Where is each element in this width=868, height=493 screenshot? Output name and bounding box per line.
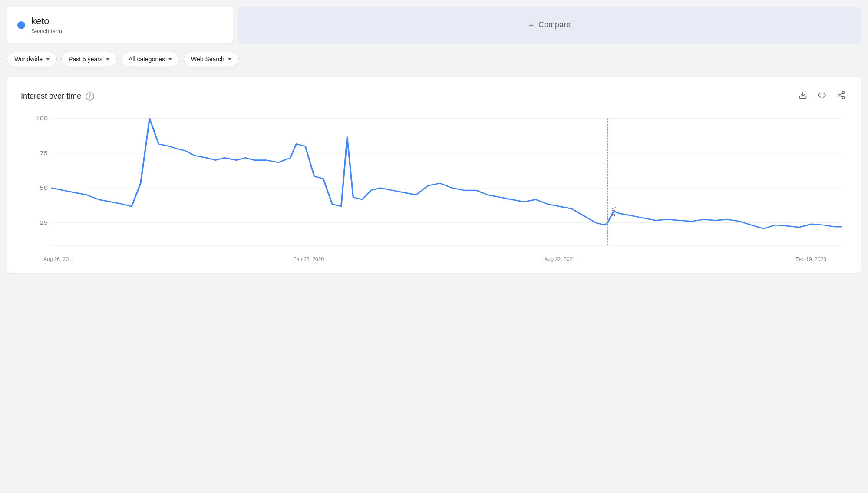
- chart-title: Interest over time: [21, 92, 81, 101]
- category-filter-label: All categories: [129, 56, 165, 63]
- search-term-text: keto Search term: [31, 16, 62, 34]
- term-name: keto: [31, 16, 62, 27]
- chevron-down-icon: [168, 58, 172, 60]
- help-icon[interactable]: ?: [86, 92, 94, 101]
- svg-text:50: 50: [40, 185, 48, 191]
- search-type-filter-label: Web Search: [191, 56, 224, 63]
- embed-icon[interactable]: [816, 89, 828, 103]
- search-dot: [17, 21, 25, 29]
- x-label-1: Aug 26, 20...: [43, 256, 73, 262]
- chart-area: 100 75 50 25 Note: [21, 114, 847, 253]
- region-filter-label: Worldwide: [14, 56, 43, 63]
- category-filter[interactable]: All categories: [121, 52, 179, 66]
- search-type-filter[interactable]: Web Search: [184, 52, 239, 66]
- filters-row: Worldwide Past 5 years All categories We…: [7, 48, 861, 70]
- x-label-4: Feb 19, 2023: [795, 256, 826, 262]
- compare-label: Compare: [538, 20, 571, 30]
- period-filter[interactable]: Past 5 years: [61, 52, 117, 66]
- download-icon[interactable]: [797, 89, 809, 103]
- period-filter-label: Past 5 years: [69, 56, 102, 63]
- chart-card: Interest over time ?: [7, 77, 861, 273]
- region-filter[interactable]: Worldwide: [7, 52, 57, 66]
- compare-plus-icon: +: [528, 20, 534, 31]
- svg-line-4: [840, 96, 842, 97]
- chart-header: Interest over time ?: [21, 89, 847, 103]
- chevron-down-icon: [46, 58, 50, 60]
- x-label-2: Feb 23, 2020: [293, 256, 324, 262]
- chart-actions: [797, 89, 847, 103]
- svg-text:75: 75: [40, 150, 48, 156]
- chevron-down-icon: [106, 58, 109, 60]
- svg-line-5: [840, 93, 842, 94]
- svg-text:25: 25: [40, 220, 48, 226]
- search-term-card: keto Search term: [7, 7, 233, 43]
- x-label-3: Aug 22, 2021: [544, 256, 575, 262]
- share-icon[interactable]: [835, 89, 847, 103]
- x-axis-labels: Aug 26, 20... Feb 23, 2020 Aug 22, 2021 …: [21, 253, 847, 262]
- interest-chart: 100 75 50 25 Note: [21, 114, 847, 253]
- term-type: Search term: [31, 28, 62, 34]
- svg-text:100: 100: [36, 116, 48, 122]
- chevron-down-icon: [228, 58, 231, 60]
- compare-button[interactable]: + Compare: [238, 7, 861, 43]
